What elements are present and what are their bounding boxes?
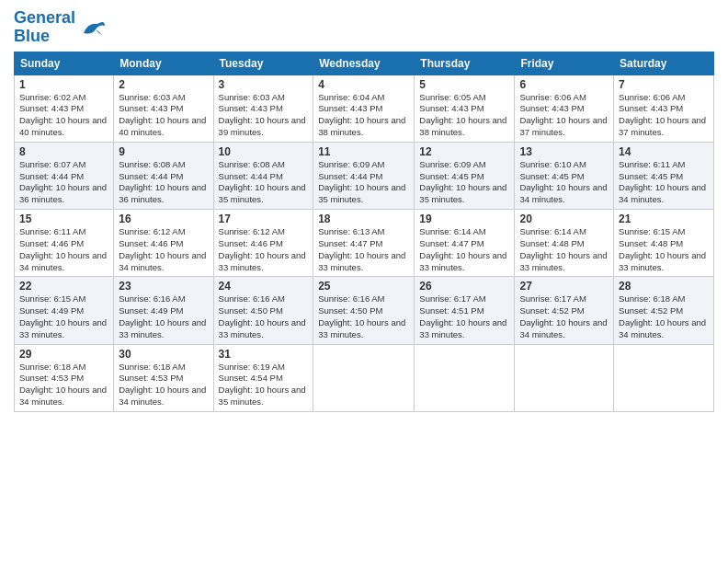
- day-number: 3: [219, 78, 309, 91]
- calendar-cell: 25 Sunrise: 6:16 AM Sunset: 4:50 PM Dayl…: [313, 277, 415, 344]
- calendar-cell: 21 Sunrise: 6:15 AM Sunset: 4:48 PM Dayl…: [614, 210, 714, 277]
- day-number: 28: [619, 280, 709, 293]
- day-header-wednesday: Wednesday: [313, 52, 415, 75]
- day-number: 21: [619, 213, 709, 225]
- calendar-cell: 13 Sunrise: 6:10 AM Sunset: 4:45 PM Dayl…: [515, 142, 614, 209]
- cell-content: Sunrise: 6:18 AM Sunset: 4:53 PM Dayligh…: [119, 362, 208, 408]
- calendar-week-row: 8 Sunrise: 6:07 AM Sunset: 4:44 PM Dayli…: [15, 142, 714, 209]
- calendar-cell: [415, 344, 515, 411]
- cell-content: Sunrise: 6:08 AM Sunset: 4:44 PM Dayligh…: [119, 159, 208, 206]
- calendar-cell: 2 Sunrise: 6:03 AM Sunset: 4:43 PM Dayli…: [114, 75, 213, 142]
- calendar-cell: 3 Sunrise: 6:03 AM Sunset: 4:43 PM Dayli…: [213, 75, 313, 142]
- cell-content: Sunrise: 6:04 AM Sunset: 4:43 PM Dayligh…: [318, 92, 409, 139]
- cell-content: Sunrise: 6:11 AM Sunset: 4:45 PM Dayligh…: [619, 159, 709, 206]
- calendar-cell: 6 Sunrise: 6:06 AM Sunset: 4:43 PM Dayli…: [515, 75, 614, 142]
- day-number: 26: [419, 280, 509, 293]
- day-number: 22: [19, 280, 108, 293]
- header: General Blue: [14, 9, 714, 46]
- calendar-cell: 12 Sunrise: 6:09 AM Sunset: 4:45 PM Dayl…: [415, 142, 515, 209]
- cell-content: Sunrise: 6:13 AM Sunset: 4:47 PM Dayligh…: [318, 226, 409, 273]
- day-header-thursday: Thursday: [415, 52, 515, 75]
- calendar-cell: 30 Sunrise: 6:18 AM Sunset: 4:53 PM Dayl…: [114, 344, 213, 411]
- calendar-cell: 9 Sunrise: 6:08 AM Sunset: 4:44 PM Dayli…: [114, 142, 213, 209]
- calendar-cell: 29 Sunrise: 6:18 AM Sunset: 4:53 PM Dayl…: [15, 344, 114, 411]
- calendar-cell: 22 Sunrise: 6:15 AM Sunset: 4:49 PM Dayl…: [15, 277, 114, 344]
- calendar-cell: 10 Sunrise: 6:08 AM Sunset: 4:44 PM Dayl…: [213, 142, 313, 209]
- cell-content: Sunrise: 6:08 AM Sunset: 4:44 PM Dayligh…: [219, 159, 309, 206]
- day-number: 8: [19, 145, 108, 158]
- day-number: 6: [519, 78, 609, 91]
- calendar-header-row: SundayMondayTuesdayWednesdayThursdayFrid…: [15, 52, 714, 75]
- calendar-table: SundayMondayTuesdayWednesdayThursdayFrid…: [14, 52, 714, 412]
- day-header-monday: Monday: [114, 52, 213, 75]
- logo-line2: Blue: [14, 27, 50, 45]
- calendar-cell: 4 Sunrise: 6:04 AM Sunset: 4:43 PM Dayli…: [313, 75, 415, 142]
- day-number: 17: [219, 213, 309, 225]
- calendar-cell: 15 Sunrise: 6:11 AM Sunset: 4:46 PM Dayl…: [15, 210, 114, 277]
- calendar-cell: 31 Sunrise: 6:19 AM Sunset: 4:54 PM Dayl…: [213, 344, 313, 411]
- day-number: 31: [219, 348, 309, 361]
- calendar-cell: 28 Sunrise: 6:18 AM Sunset: 4:52 PM Dayl…: [614, 277, 714, 344]
- day-number: 29: [19, 348, 108, 361]
- calendar-week-row: 1 Sunrise: 6:02 AM Sunset: 4:43 PM Dayli…: [15, 75, 714, 142]
- cell-content: Sunrise: 6:15 AM Sunset: 4:49 PM Dayligh…: [19, 293, 108, 340]
- cell-content: Sunrise: 6:11 AM Sunset: 4:46 PM Dayligh…: [19, 226, 108, 273]
- calendar-cell: [515, 344, 614, 411]
- day-header-saturday: Saturday: [614, 52, 714, 75]
- cell-content: Sunrise: 6:18 AM Sunset: 4:52 PM Dayligh…: [619, 293, 709, 340]
- logo-bird-icon: [79, 15, 107, 40]
- calendar-week-row: 15 Sunrise: 6:11 AM Sunset: 4:46 PM Dayl…: [15, 210, 714, 277]
- calendar-cell: 8 Sunrise: 6:07 AM Sunset: 4:44 PM Dayli…: [15, 142, 114, 209]
- cell-content: Sunrise: 6:03 AM Sunset: 4:43 PM Dayligh…: [119, 92, 208, 139]
- calendar-week-row: 22 Sunrise: 6:15 AM Sunset: 4:49 PM Dayl…: [15, 277, 714, 344]
- cell-content: Sunrise: 6:09 AM Sunset: 4:45 PM Dayligh…: [419, 159, 509, 206]
- day-number: 14: [619, 145, 709, 158]
- calendar-cell: 26 Sunrise: 6:17 AM Sunset: 4:51 PM Dayl…: [415, 277, 515, 344]
- cell-content: Sunrise: 6:09 AM Sunset: 4:44 PM Dayligh…: [318, 159, 409, 206]
- logo: General Blue: [14, 9, 107, 46]
- cell-content: Sunrise: 6:02 AM Sunset: 4:43 PM Dayligh…: [19, 92, 108, 139]
- calendar-cell: 18 Sunrise: 6:13 AM Sunset: 4:47 PM Dayl…: [313, 210, 415, 277]
- day-number: 9: [119, 145, 208, 158]
- logo-text: General Blue: [14, 9, 75, 46]
- calendar-cell: 27 Sunrise: 6:17 AM Sunset: 4:52 PM Dayl…: [515, 277, 614, 344]
- day-number: 12: [419, 145, 509, 158]
- day-number: 7: [619, 78, 709, 91]
- calendar-cell: 20 Sunrise: 6:14 AM Sunset: 4:48 PM Dayl…: [515, 210, 614, 277]
- day-number: 15: [19, 213, 108, 225]
- day-number: 11: [318, 145, 409, 158]
- day-number: 13: [519, 145, 609, 158]
- day-number: 16: [119, 213, 208, 225]
- calendar-cell: 7 Sunrise: 6:06 AM Sunset: 4:43 PM Dayli…: [614, 75, 714, 142]
- day-header-tuesday: Tuesday: [213, 52, 313, 75]
- day-number: 24: [219, 280, 309, 293]
- cell-content: Sunrise: 6:05 AM Sunset: 4:43 PM Dayligh…: [419, 92, 509, 139]
- calendar-week-row: 29 Sunrise: 6:18 AM Sunset: 4:53 PM Dayl…: [15, 344, 714, 411]
- day-number: 10: [219, 145, 309, 158]
- cell-content: Sunrise: 6:16 AM Sunset: 4:50 PM Dayligh…: [219, 293, 309, 340]
- calendar-cell: 16 Sunrise: 6:12 AM Sunset: 4:46 PM Dayl…: [114, 210, 213, 277]
- cell-content: Sunrise: 6:14 AM Sunset: 4:47 PM Dayligh…: [419, 226, 509, 273]
- cell-content: Sunrise: 6:12 AM Sunset: 4:46 PM Dayligh…: [219, 226, 309, 273]
- calendar-cell: 5 Sunrise: 6:05 AM Sunset: 4:43 PM Dayli…: [415, 75, 515, 142]
- cell-content: Sunrise: 6:18 AM Sunset: 4:53 PM Dayligh…: [19, 362, 108, 408]
- calendar-cell: 19 Sunrise: 6:14 AM Sunset: 4:47 PM Dayl…: [415, 210, 515, 277]
- calendar-cell: 17 Sunrise: 6:12 AM Sunset: 4:46 PM Dayl…: [213, 210, 313, 277]
- cell-content: Sunrise: 6:10 AM Sunset: 4:45 PM Dayligh…: [519, 159, 609, 206]
- cell-content: Sunrise: 6:06 AM Sunset: 4:43 PM Dayligh…: [619, 92, 709, 139]
- calendar-cell: 23 Sunrise: 6:16 AM Sunset: 4:49 PM Dayl…: [114, 277, 213, 344]
- cell-content: Sunrise: 6:07 AM Sunset: 4:44 PM Dayligh…: [19, 159, 108, 206]
- cell-content: Sunrise: 6:06 AM Sunset: 4:43 PM Dayligh…: [519, 92, 609, 139]
- cell-content: Sunrise: 6:17 AM Sunset: 4:51 PM Dayligh…: [419, 293, 509, 340]
- calendar-cell: 1 Sunrise: 6:02 AM Sunset: 4:43 PM Dayli…: [15, 75, 114, 142]
- calendar-cell: 11 Sunrise: 6:09 AM Sunset: 4:44 PM Dayl…: [313, 142, 415, 209]
- cell-content: Sunrise: 6:03 AM Sunset: 4:43 PM Dayligh…: [219, 92, 309, 139]
- day-number: 25: [318, 280, 409, 293]
- cell-content: Sunrise: 6:15 AM Sunset: 4:48 PM Dayligh…: [619, 226, 709, 273]
- day-number: 1: [19, 78, 108, 91]
- cell-content: Sunrise: 6:17 AM Sunset: 4:52 PM Dayligh…: [519, 293, 609, 340]
- calendar-cell: [313, 344, 415, 411]
- cell-content: Sunrise: 6:14 AM Sunset: 4:48 PM Dayligh…: [519, 226, 609, 273]
- cell-content: Sunrise: 6:16 AM Sunset: 4:50 PM Dayligh…: [318, 293, 409, 340]
- day-header-friday: Friday: [515, 52, 614, 75]
